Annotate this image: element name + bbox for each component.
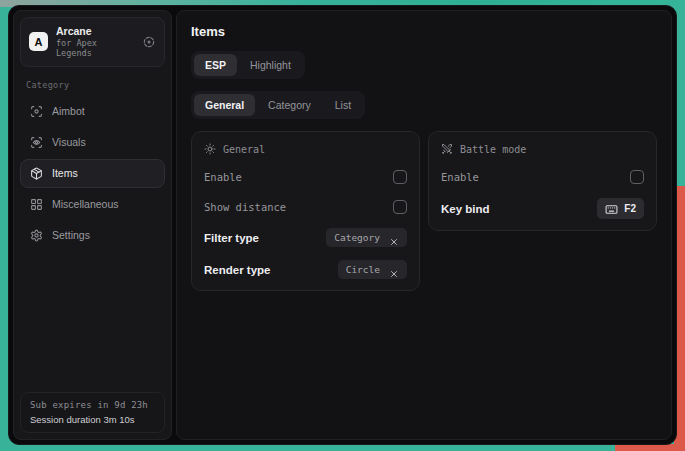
render-type-select[interactable]: Circle — [338, 260, 407, 279]
setting-row-battle-enable: Enable — [441, 168, 644, 185]
setting-row-filter-type: Filter type Category — [204, 228, 407, 247]
sub-expiry-text: Sub expires in 9d 23h — [30, 400, 155, 410]
setting-label: Show distance — [204, 201, 286, 213]
keybind-value: F2 — [624, 203, 636, 214]
mode-tab-group: ESP Highlight — [191, 51, 305, 79]
sidebar-item-miscellaneous[interactable]: Miscellaneous — [20, 190, 165, 219]
app-meta: Arcane for Apex Legends — [56, 25, 134, 59]
battle-enable-checkbox[interactable] — [630, 170, 644, 184]
sidebar-item-settings[interactable]: Settings — [20, 221, 165, 250]
setting-label: Key bind — [441, 203, 490, 215]
view-tab-group: General Category List — [191, 91, 365, 119]
scan-eye-icon — [30, 136, 43, 149]
swords-icon — [441, 143, 453, 155]
general-panel-header: General — [204, 143, 407, 155]
app-subtitle: for Apex Legends — [56, 39, 134, 59]
sidebar-item-aimbot[interactable]: Aimbot — [20, 97, 165, 126]
setting-row-show-distance: Show distance — [204, 198, 407, 215]
package-icon — [30, 167, 43, 180]
filter-type-value: Category — [334, 232, 380, 243]
session-duration-text: Session duration 3m 10s — [30, 414, 155, 425]
close-icon[interactable] — [389, 265, 399, 275]
setting-row-render-type: Render type Circle — [204, 260, 407, 279]
keyboard-icon — [605, 202, 618, 215]
tab-general[interactable]: General — [194, 94, 255, 116]
setting-label: Filter type — [204, 232, 259, 244]
enable-checkbox[interactable] — [393, 170, 407, 184]
setting-label: Render type — [204, 264, 270, 276]
sidebar: A Arcane for Apex Legends Category Aimbo… — [13, 10, 172, 440]
keybind-button[interactable]: F2 — [597, 198, 644, 219]
sidebar-item-label: Settings — [52, 229, 90, 241]
sidebar-item-label: Items — [52, 167, 78, 179]
battle-mode-panel-header: Battle mode — [441, 143, 644, 155]
layout-grid-icon — [30, 198, 43, 211]
app-window: A Arcane for Apex Legends Category Aimbo… — [8, 5, 677, 445]
crosshair-icon[interactable] — [142, 35, 156, 49]
show-distance-checkbox[interactable] — [393, 200, 407, 214]
battle-mode-panel-title: Battle mode — [460, 144, 526, 155]
filter-type-select[interactable]: Category — [326, 228, 407, 247]
setting-label: Enable — [441, 171, 479, 183]
settings-panels: General Enable Show distance Filter type… — [191, 131, 657, 291]
sidebar-item-label: Miscellaneous — [52, 198, 119, 210]
app-header: A Arcane for Apex Legends — [20, 17, 165, 67]
render-type-value: Circle — [346, 264, 380, 275]
tab-category[interactable]: Category — [257, 94, 322, 116]
general-panel: General Enable Show distance Filter type… — [191, 131, 420, 291]
general-panel-title: General — [223, 144, 265, 155]
setting-row-key-bind: Key bind F2 — [441, 198, 644, 219]
gear-icon — [30, 229, 43, 242]
subscription-status: Sub expires in 9d 23h Session duration 3… — [20, 392, 165, 433]
sidebar-item-items[interactable]: Items — [20, 159, 165, 188]
app-logo: A — [29, 32, 48, 51]
setting-label: Enable — [204, 171, 242, 183]
page-title: Items — [191, 24, 657, 39]
battle-mode-panel: Battle mode Enable Key bind F2 — [428, 131, 657, 231]
game-backdrop-red-corner — [615, 444, 685, 451]
app-title: Arcane — [56, 25, 134, 37]
sidebar-item-label: Aimbot — [52, 105, 85, 117]
close-icon[interactable] — [389, 233, 399, 243]
sidebar-item-visuals[interactable]: Visuals — [20, 128, 165, 157]
sidebar-item-label: Visuals — [52, 136, 86, 148]
setting-row-enable: Enable — [204, 168, 407, 185]
tab-highlight[interactable]: Highlight — [239, 54, 302, 76]
tab-list[interactable]: List — [324, 94, 362, 116]
sun-icon — [204, 143, 216, 155]
focus-icon — [30, 105, 43, 118]
sidebar-section-label: Category — [26, 80, 159, 90]
tab-esp[interactable]: ESP — [194, 54, 237, 76]
main-content: Items ESP Highlight General Category Lis… — [176, 10, 672, 440]
